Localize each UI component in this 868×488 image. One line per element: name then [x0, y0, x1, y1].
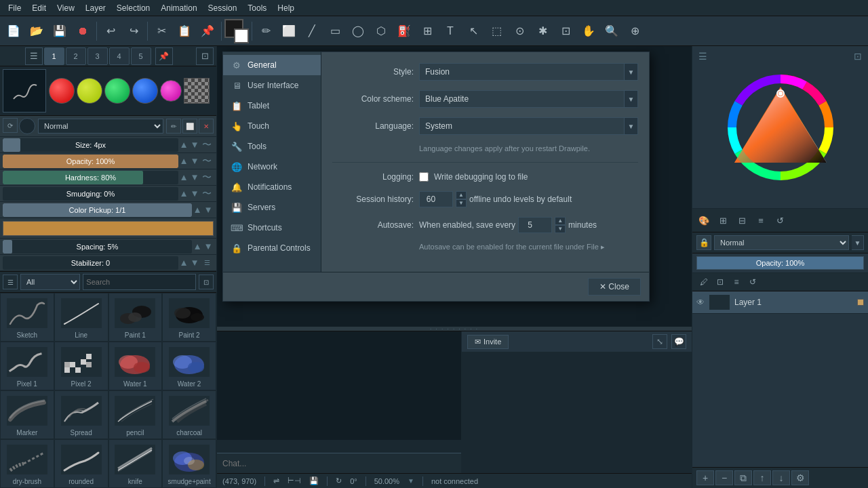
brush-pencil[interactable]: pencil: [108, 390, 163, 439]
layer-edit-btn-3[interactable]: ≡: [729, 274, 744, 289]
nav-tablet[interactable]: 📋 Tablet: [223, 96, 321, 116]
nav-general[interactable]: ⚙ General: [223, 55, 321, 75]
stabilizer-spin-down[interactable]: ▼: [189, 256, 200, 270]
polygon-tool-button[interactable]: ⬡: [370, 20, 392, 42]
menu-help[interactable]: Help: [272, 2, 300, 14]
brush-pixel2[interactable]: Pixel 2: [54, 342, 108, 390]
layer-view-btn[interactable]: ⊞: [714, 211, 732, 229]
grid-view-btn[interactable]: ⊟: [733, 211, 751, 229]
smudging-spin-up[interactable]: ▲: [178, 187, 189, 201]
brush-water2[interactable]: Water 2: [162, 342, 216, 390]
invite-button[interactable]: ✉ Invite: [467, 335, 509, 349]
annotation-button[interactable]: ✱: [532, 20, 553, 42]
add-layer-button[interactable]: +: [696, 470, 714, 485]
close-button[interactable]: ✕ Close: [588, 278, 641, 296]
opacity-spin-up[interactable]: ▲: [178, 155, 189, 168]
ellipse-tool-button[interactable]: ◯: [347, 20, 369, 42]
hardness-slider[interactable]: Hardness: 80%: [3, 171, 178, 184]
foreground-color-swatch[interactable]: [224, 19, 249, 43]
brush-marker[interactable]: Marker: [0, 390, 54, 439]
session-history-down[interactable]: ▼: [456, 199, 467, 207]
menu-layer[interactable]: Layer: [80, 2, 111, 14]
logging-checkbox[interactable]: [419, 172, 429, 182]
line-tool-button[interactable]: ╱: [301, 20, 323, 42]
copy-button[interactable]: 📋: [174, 20, 195, 42]
layer-item-1[interactable]: 👁 Layer 1: [692, 291, 868, 314]
layer-settings-button[interactable]: ⚙: [791, 470, 809, 485]
pickup-spin-down[interactable]: ▼: [203, 203, 214, 217]
brush-knife[interactable]: knife: [108, 439, 163, 488]
menu-file[interactable]: File: [3, 2, 26, 14]
tab-1[interactable]: 1: [44, 47, 64, 65]
brush-preview-btn[interactable]: [19, 118, 35, 134]
brush-rounded[interactable]: rounded: [54, 439, 108, 488]
nav-servers[interactable]: 💾 Servers: [223, 197, 321, 218]
undo-button[interactable]: ↩: [100, 20, 121, 42]
layer-lock-button[interactable]: 🔒: [696, 235, 711, 250]
layer-edit-btn-1[interactable]: 🖊: [696, 274, 711, 289]
smudging-wave-btn[interactable]: 〜: [200, 187, 214, 201]
opacity-wave-btn[interactable]: 〜: [200, 155, 214, 168]
autosave-up[interactable]: ▲: [555, 217, 566, 225]
lib-menu-btn[interactable]: ☰: [3, 274, 18, 289]
zoom-tool-button[interactable]: 🔍: [601, 20, 623, 42]
tab-3[interactable]: 3: [87, 47, 108, 65]
menu-edit[interactable]: Edit: [26, 2, 52, 14]
menu-session[interactable]: Session: [203, 2, 243, 14]
pan-tool-button[interactable]: ✋: [578, 20, 599, 42]
chat-input[interactable]: [217, 453, 461, 473]
active-color-swatch[interactable]: [3, 221, 214, 236]
history-btn[interactable]: ↺: [771, 211, 789, 229]
duplicate-layer-button[interactable]: ⧉: [734, 470, 752, 485]
size-slider[interactable]: Size: 4px: [3, 138, 178, 152]
brush-sketch[interactable]: Sketch: [0, 293, 54, 342]
brush-tool-button[interactable]: ✏: [255, 20, 277, 42]
spacing-slider[interactable]: Spacing: 5%: [3, 240, 192, 253]
layer-edit-btn-4[interactable]: ↺: [745, 274, 760, 289]
brush-category-select[interactable]: All: [20, 274, 80, 290]
style-select[interactable]: Fusion: [419, 63, 625, 81]
menu-animation[interactable]: Animation: [155, 2, 202, 14]
nav-touch[interactable]: 👆 Touch: [223, 116, 321, 136]
layer-mode-select[interactable]: Normal: [714, 235, 849, 250]
color-scheme-select[interactable]: Blue Apatite: [419, 90, 625, 108]
color-pickup-slider[interactable]: Color Pickup: 1/1: [3, 203, 192, 217]
swatch-green[interactable]: [104, 78, 130, 104]
rect-select-button[interactable]: ⬚: [486, 20, 507, 42]
layer-pick-button[interactable]: ⊡: [555, 20, 576, 42]
lib-collapse-btn[interactable]: ⊡: [199, 274, 214, 289]
menu-selection[interactable]: Selection: [111, 2, 155, 14]
rect-tool-button[interactable]: ▭: [324, 20, 346, 42]
inspector-button[interactable]: ⊕: [624, 20, 646, 42]
brush-search-input[interactable]: [83, 274, 196, 290]
layer-edit-btn-2[interactable]: ⊡: [713, 274, 728, 289]
nav-notifications[interactable]: 🔔 Notifications: [223, 177, 321, 197]
hardness-wave-btn[interactable]: 〜: [200, 171, 214, 184]
opacity-spin-down[interactable]: ▼: [189, 155, 200, 168]
fill-tool-button[interactable]: ⛽: [393, 20, 415, 42]
layer-down-button[interactable]: ↓: [772, 470, 790, 485]
brush-spread[interactable]: Spread: [54, 390, 108, 439]
new-file-button[interactable]: 📄: [3, 20, 24, 42]
nav-tools[interactable]: 🔧 Tools: [223, 136, 321, 157]
swatch-magenta[interactable]: [160, 80, 182, 102]
size-spin-down[interactable]: ▼: [189, 138, 200, 152]
nav-shortcuts[interactable]: ⌨ Shortcuts: [223, 218, 321, 238]
session-close-btn[interactable]: 💬: [671, 334, 686, 349]
save-file-button[interactable]: 💾: [49, 20, 71, 42]
menu-tools[interactable]: Tools: [242, 2, 272, 14]
layer-mode-btn-1[interactable]: ⟳: [3, 118, 18, 133]
select-tool-button[interactable]: ↖: [462, 20, 484, 42]
tab-2[interactable]: 2: [66, 47, 86, 65]
pickup-spin-up[interactable]: ▲: [192, 203, 203, 217]
redo-button[interactable]: ↪: [123, 20, 144, 42]
brush-pixel1[interactable]: Pixel 1: [0, 342, 54, 390]
tab-4[interactable]: 4: [109, 47, 130, 65]
lasso-button[interactable]: ⊙: [509, 20, 530, 42]
right-panel-menu-button[interactable]: ☰: [695, 49, 710, 64]
color-picker-btn[interactable]: 🎨: [695, 211, 713, 229]
tab-5[interactable]: 5: [131, 47, 151, 65]
swatch-blue[interactable]: [132, 78, 158, 104]
brush-line[interactable]: Line: [54, 293, 108, 342]
open-file-button[interactable]: 📂: [26, 20, 47, 42]
